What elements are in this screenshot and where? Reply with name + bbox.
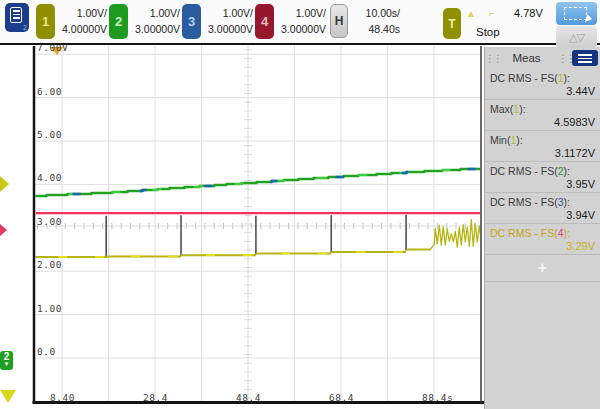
add-measurement-button[interactable]: + (485, 255, 600, 282)
meas-menu-button[interactable] (572, 50, 598, 66)
channel-2-control[interactable]: 21.00V/3.00000V (109, 4, 180, 39)
y-axis-label: 1.00 (37, 303, 62, 314)
channel-strip: 11.00V/4.00000V21.00V/3.00000V31.00V/3.0… (36, 4, 328, 39)
channel-2-badge[interactable]: 2 (109, 4, 128, 39)
channel-3-offset: 3.00000V (204, 21, 253, 37)
drag-handle-icon[interactable]: ⋮⋮ (558, 53, 568, 64)
cursor-arrow-icon (585, 14, 593, 23)
channel-4-control[interactable]: 41.00V/3.00000V (255, 4, 326, 39)
meas-row[interactable]: Max(1):4.5983V (485, 100, 600, 131)
ch4-ground-marker[interactable] (0, 224, 7, 236)
ch2-ground-marker[interactable]: 2 ▼ (0, 351, 13, 370)
meas-value: 3.29V (490, 240, 595, 252)
meas-panel: ⋮⋮ Meas ⋮⋮ DC RMS - FS(1):3.44VMax(1):4.… (484, 47, 600, 409)
timebase-badge: H (330, 4, 348, 38)
x-axis-label: 48.4 (236, 392, 261, 403)
meas-value: 3.44V (490, 85, 595, 97)
meas-value: 4.5983V (490, 116, 595, 128)
acquisition-status: Stop (476, 26, 500, 38)
channel-1-badge[interactable]: 1 (36, 4, 55, 39)
menu-button[interactable]: 2 (5, 3, 29, 32)
x-axis-label: 88.4s (422, 392, 453, 403)
trigger-badge[interactable]: T (443, 8, 461, 39)
y-axis-label: 6.00 (37, 86, 62, 97)
y-axis-label: 2.00 (37, 259, 62, 270)
meas-row[interactable]: Min(1):3.1172V (485, 131, 600, 162)
meas-panel-title: Meas (495, 52, 558, 64)
meas-value: 3.94V (490, 209, 595, 221)
channel-2-offset: 3.00000V (131, 21, 180, 37)
y-axis-label: 0.0 (37, 346, 56, 357)
meas-row[interactable]: DC RMS - FS(2):3.95V (485, 162, 600, 193)
meas-value: 3.95V (490, 178, 595, 190)
trigger-level-value: 4.78V (514, 7, 543, 19)
meas-row[interactable]: DC RMS - FS(3):3.94V (485, 193, 600, 224)
down-arrow-icon: ▼ (0, 362, 13, 367)
x-axis-label: 28.4 (143, 392, 168, 403)
zoom-select-button[interactable] (556, 2, 597, 25)
timebase-control[interactable]: H 10.00s/ 48.40s (330, 4, 400, 38)
timebase-scale: 10.00s/ (352, 5, 400, 21)
channel-3-badge[interactable]: 3 (182, 4, 201, 39)
channel-4-badge[interactable]: 4 (255, 4, 274, 39)
meas-rows: DC RMS - FS(1):3.44VMax(1):4.5983VMin(1)… (485, 69, 600, 255)
cursors-button[interactable]: △▽ (556, 26, 597, 48)
meas-row[interactable]: DC RMS - FS(4):3.29V (485, 224, 600, 255)
meas-panel-header[interactable]: ⋮⋮ Meas ⋮⋮ (485, 47, 600, 69)
y-axis-label: 5.00 (37, 129, 62, 140)
trigger-slope-icon: ▲ (466, 8, 476, 19)
channel-2-scale: 1.00V/ (131, 5, 180, 21)
x-axis-label: 68.4 (329, 392, 354, 403)
menu-badge-number: 2 (23, 24, 27, 31)
channel-1-scale: 1.00V/ (58, 5, 107, 21)
channel-4-offset: 3.00000V (277, 21, 326, 37)
menu-icon (10, 7, 22, 23)
trigger-edge-icon: ⌐ (489, 8, 495, 19)
timebase-position: 48.40s (352, 21, 400, 37)
ch1-clipped-marker[interactable] (0, 390, 16, 403)
ch1-ground-marker[interactable] (0, 176, 9, 192)
toolbar: 2 11.00V/4.00000V21.00V/3.00000V31.00V/3… (0, 0, 600, 45)
channel-4-scale: 1.00V/ (277, 5, 326, 21)
meas-row[interactable]: DC RMS - FS(1):3.44V (485, 69, 600, 100)
channel-3-control[interactable]: 31.00V/3.00000V (182, 4, 253, 39)
channel-3-scale: 1.00V/ (204, 5, 253, 21)
delta-icon: △▽ (569, 31, 584, 44)
y-axis-label: 3.00 (37, 216, 62, 227)
meas-value: 3.1172V (490, 147, 595, 159)
y-axis-label: 4.00 (37, 172, 62, 183)
channel-1-offset: 4.00000V (58, 21, 107, 37)
x-axis-label: 8.40 (50, 392, 75, 403)
channel-1-control[interactable]: 11.00V/4.00000V (36, 4, 107, 39)
drag-handle-icon[interactable]: ⋮⋮ (485, 53, 495, 64)
selection-rectangle-icon (564, 7, 587, 20)
